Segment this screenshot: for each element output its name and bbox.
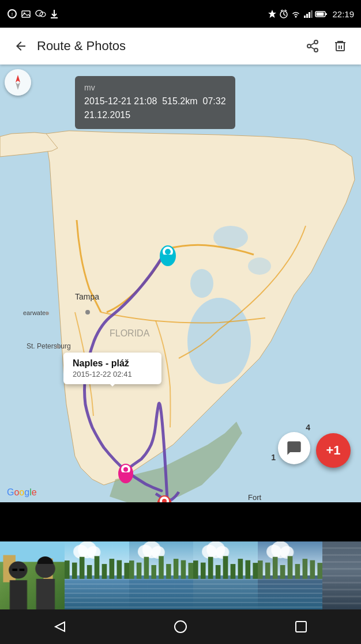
notification-icon: ! [7,9,17,19]
svg-point-31 [187,298,251,384]
status-bar: ! [0,0,361,28]
svg-rect-27 [336,43,344,51]
svg-point-23 [307,44,311,48]
nav-home-button[interactable] [163,615,198,638]
svg-point-62 [175,621,186,632]
location-name: Naples - pláž [73,358,152,369]
svg-line-26 [311,43,315,46]
battery-icon [315,9,328,18]
chat-fab-button[interactable] [278,432,310,464]
svg-point-34 [248,257,271,275]
svg-rect-63 [296,622,306,632]
svg-point-32 [190,269,213,298]
route-distance: 515.2km [162,96,197,106]
photo-6[interactable] [322,541,361,609]
status-time: 22:19 [332,9,354,19]
svg-point-44 [46,312,49,315]
svg-line-11 [284,14,285,16]
back-button[interactable] [9,35,32,58]
page-title: Route & Photos [37,39,301,54]
map-svg: Tampa earwater St. Petersburg FLORIDA Fo… [0,65,361,502]
svg-marker-60 [16,82,20,90]
svg-point-14 [295,16,297,18]
svg-rect-20 [325,13,327,15]
share-button[interactable] [301,35,324,58]
svg-text:earwater: earwater [23,309,48,316]
svg-rect-18 [311,10,313,18]
svg-text:FLORIDA: FLORIDA [110,328,150,338]
photo-1[interactable] [0,541,65,609]
svg-marker-61 [55,622,65,631]
nav-bar [0,609,361,644]
svg-line-13 [285,10,287,11]
star-icon [268,9,277,18]
svg-point-53 [123,467,128,472]
signal-icon [303,9,313,18]
svg-line-12 [281,10,283,11]
route-popup: mv 2015-12-21 21:08 515.2km 07:32 21.12.… [75,76,235,129]
photo-3[interactable] [129,541,194,609]
photo-2[interactable] [65,541,129,609]
svg-rect-15 [304,16,306,18]
nav-back-button[interactable] [43,615,77,638]
location-time: 2015-12-22 02:41 [73,370,152,378]
svg-point-4 [36,10,43,16]
route-date2: 21.12.2015 [84,110,130,120]
wechat-icon [35,9,46,19]
plus-one-fab-button[interactable]: +1 [316,433,351,468]
svg-point-24 [314,48,318,52]
svg-point-33 [213,226,248,249]
photos-strip [0,541,361,609]
status-icons-left: ! [7,9,59,19]
route-info: 2015-12-21 21:08 515.2km 07:32 21.12.201… [84,94,226,122]
svg-point-22 [314,40,318,44]
svg-rect-21 [317,13,324,16]
svg-text:Fort: Fort [248,493,262,502]
app-bar: Route & Photos [0,28,361,65]
location-popup[interactable]: Naples - pláž 2015-12-22 02:41 [63,353,161,384]
nav-recent-button[interactable] [284,615,318,638]
alarm-icon [279,9,288,18]
status-icons-right: 22:19 [268,9,354,19]
wifi-icon [291,9,301,18]
svg-text:Tampa: Tampa [75,292,99,301]
svg-text:!: ! [12,12,13,17]
svg-point-45 [56,345,59,348]
download-icon [50,9,59,19]
svg-marker-8 [268,10,276,18]
photo-icon [21,9,31,19]
fab-red-label: +1 [326,443,340,458]
svg-line-25 [311,47,315,50]
svg-rect-16 [306,14,308,18]
svg-rect-17 [309,12,310,18]
svg-text:St. Petersburg: St. Petersburg [27,342,71,350]
google-logo: Google [7,487,37,498]
map-container[interactable]: Tampa earwater St. Petersburg FLORIDA Fo… [0,65,361,502]
svg-point-49 [165,249,171,255]
compass [5,69,31,96]
route-duration: 07:32 [202,96,225,106]
svg-marker-59 [16,75,20,82]
route-label: mv [84,83,226,92]
route-datetime: 2015-12-21 21:08 [84,96,157,106]
count-badge-4: 4 [306,423,310,432]
photo-4[interactable] [193,541,258,609]
svg-point-43 [85,310,90,315]
count-badge-1: 1 [271,453,276,462]
delete-button[interactable] [329,35,352,58]
photo-5[interactable] [258,541,322,609]
app-bar-actions [301,35,352,58]
